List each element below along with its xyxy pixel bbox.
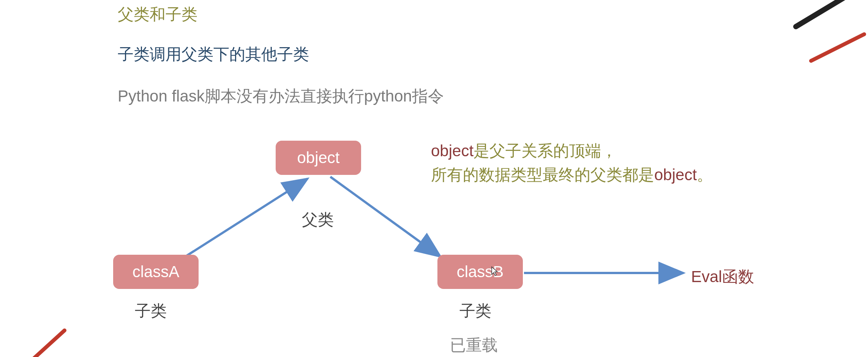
node-object: object (276, 141, 361, 175)
slide-title: 父类和子类 (118, 4, 197, 25)
label-parent: 父类 (302, 209, 334, 230)
desc-object-word-1: object (431, 142, 473, 160)
desc-line1-rest: 是父子关系的顶端， (473, 142, 617, 160)
slide-subtitle: 子类调用父类下的其他子类 (118, 44, 309, 65)
desc-line2-pre: 所有的数据类型最终的父类都是 (431, 166, 654, 184)
label-child-a: 子类 (135, 300, 167, 322)
desc-object-word-2: object (654, 166, 697, 184)
node-classB: classB (437, 255, 523, 289)
svg-line-1 (811, 34, 864, 61)
svg-line-2 (23, 330, 65, 357)
slide-note: Python flask脚本没有办法直接执行python指令 (118, 86, 444, 107)
cursor-icon (491, 266, 499, 278)
svg-line-4 (182, 179, 308, 259)
description-text: object是父子关系的顶端， 所有的数据类型最终的父类都是object。 (431, 139, 713, 187)
decoration-stroke-red-tr (803, 30, 868, 68)
node-classA: classA (113, 255, 199, 289)
desc-line2-post: 。 (697, 166, 713, 184)
svg-line-5 (330, 177, 440, 257)
label-eval-function: Eval函数 (691, 266, 754, 287)
label-reloaded: 已重载 (450, 335, 498, 356)
label-child-b: 子类 (459, 300, 491, 322)
decoration-stroke-black (784, 0, 868, 30)
decoration-stroke-red-bl (19, 327, 72, 357)
svg-line-0 (796, 0, 868, 27)
